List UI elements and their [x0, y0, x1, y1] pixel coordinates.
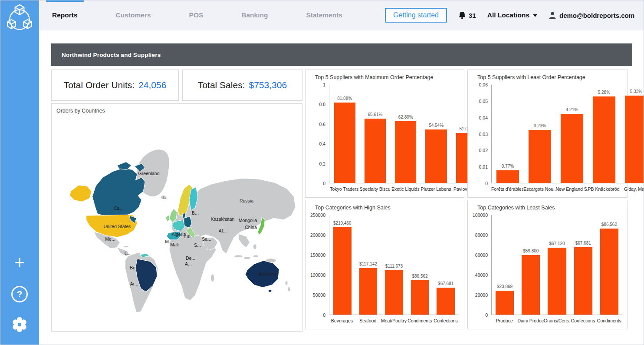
bar-beverages[interactable] [333, 227, 352, 315]
map-alaska[interactable] [70, 185, 92, 202]
x-axis-label: Escargots Nou... [523, 183, 555, 195]
x-axis-label: Dairy Products [517, 315, 543, 326]
bar-condiments[interactable] [411, 280, 429, 315]
map-new-zealand[interactable] [288, 287, 290, 292]
y-tick-label: 250000 [310, 212, 325, 218]
plus-icon: + [14, 255, 24, 269]
y-tick-label: 0.02 [479, 148, 488, 153]
bar-tokyo-traders[interactable] [334, 103, 355, 183]
user-menu[interactable]: demo@boldreports.com [549, 11, 634, 20]
bar-slot: $67,681 [433, 215, 459, 315]
tab-pos[interactable]: POS [189, 0, 204, 30]
y-tick-label: 40000 [475, 272, 488, 278]
x-axis-label: Beverages [329, 315, 355, 326]
kpi-total-sales: Total Sales: $753,306 [182, 70, 302, 101]
map-philippines[interactable] [253, 244, 256, 249]
report-canvas: Northwind Products and Suppliers Total O… [39, 30, 644, 345]
x-axis-label: G'day, Mate [620, 183, 644, 195]
map-panel: Orders by Countries [51, 103, 302, 332]
y-tick-label: 20000 [475, 292, 488, 298]
bold-reports-logo-icon[interactable] [5, 3, 34, 32]
bar-slot: 5.28% [588, 85, 620, 183]
help-button[interactable]: ? [10, 284, 30, 304]
map-tasmania[interactable] [268, 290, 272, 292]
bar-pb-kn-ckebr-d[interactable] [593, 96, 615, 183]
x-axis-label: Condiments [407, 315, 433, 326]
tab-banking[interactable]: Banking [241, 0, 268, 30]
y-tick-label: 60000 [475, 252, 488, 258]
gear-icon [11, 316, 28, 333]
y-tick-label: 0.05 [479, 99, 488, 104]
x-axis-label: Seafood [355, 315, 381, 326]
bar-slot: $67,120 [544, 215, 570, 315]
bar-produce[interactable] [496, 291, 514, 315]
user-email: demo@boldreports.com [559, 12, 634, 19]
bar-value-label: 5.28% [598, 90, 610, 95]
chart-panel-categories-least: Top Categories with Least Sales 02000040… [467, 200, 628, 329]
bar-escargots-nou[interactable] [529, 130, 551, 183]
bar-meat-poultry[interactable] [385, 270, 403, 315]
getting-started-button[interactable]: Getting started [385, 8, 447, 23]
sidebar: + ? [0, 0, 39, 345]
y-tick-label: 200000 [310, 232, 325, 238]
map-island[interactable] [234, 255, 243, 258]
x-axis-label: Plutzer Lebens... [421, 183, 452, 195]
tab-customers[interactable]: Customers [116, 0, 151, 30]
bar-confections[interactable] [574, 247, 592, 315]
map-australia[interactable] [245, 261, 279, 288]
bar-slot: $59,800 [518, 215, 544, 315]
bar-value-label: 4.21% [566, 107, 578, 112]
map-island[interactable] [253, 255, 258, 258]
bar-value-label: $67,681 [575, 241, 591, 245]
bar-plutzer-lebens[interactable] [425, 129, 447, 183]
map-iceland[interactable] [161, 196, 167, 199]
bar-g-day-mate[interactable] [625, 96, 644, 183]
bar-condiments[interactable] [600, 229, 618, 315]
question-mark-icon: ? [11, 286, 28, 302]
bar-slot: 0.77% [492, 85, 524, 183]
bar-grains-cereals[interactable] [548, 248, 566, 315]
bar-confections[interactable] [437, 288, 455, 315]
location-selector[interactable]: All Locations [487, 11, 537, 19]
x-axis-label: Produce [491, 315, 517, 326]
map-cuba[interactable] [123, 246, 128, 248]
map-united-states[interactable] [86, 215, 138, 237]
map-new-zealand[interactable] [285, 281, 288, 285]
x-axis-label: Exotic Liquids [390, 183, 421, 195]
tab-reports[interactable]: Reports [52, 0, 78, 30]
bar-dairy-products[interactable] [522, 255, 540, 315]
map-madagascar[interactable] [211, 274, 214, 282]
chart-area: 00.010.020.030.040.050.06 0.77%3.23%4.21… [471, 85, 622, 195]
chart-title: Top Categories with Least Sales [477, 205, 555, 211]
y-axis: 00.010.020.030.040.050.06 [471, 85, 491, 183]
chart-area: 050000100000150000200000250000 $219,460$… [309, 215, 459, 326]
map-ireland[interactable] [166, 215, 170, 222]
bar-specialty-biscui[interactable] [365, 119, 386, 183]
add-button[interactable]: + [10, 254, 30, 274]
notifications-button[interactable]: 31 [458, 11, 476, 20]
y-tick-label: 0 [485, 312, 488, 318]
bar-slot: $67,681 [570, 215, 596, 315]
map-arctic-island[interactable] [117, 162, 131, 170]
tab-statements[interactable]: Statements [306, 0, 342, 30]
y-tick-label: 100000 [310, 272, 325, 278]
bar-seafood[interactable] [359, 268, 378, 315]
map-central-america[interactable] [117, 248, 129, 256]
x-axis-label: Grains/Cereals [544, 315, 570, 326]
bar-value-label: 54.54% [429, 123, 444, 128]
kpi-label: Total Sales: [198, 80, 245, 90]
bar-new-england-s[interactable] [561, 114, 583, 183]
kpi-label: Total Order Units: [64, 80, 135, 90]
map-denmark[interactable] [182, 213, 186, 218]
bar-for-ts-d-rables[interactable] [496, 170, 519, 183]
bar-exotic-liquids[interactable] [395, 121, 416, 183]
bell-icon [458, 11, 466, 20]
map-se-asia[interactable] [238, 234, 250, 248]
chart-area: 00.20.40.60.81 81.88%65.61%62.80%54.54%5… [309, 85, 459, 195]
x-axis-label: Condiments [596, 315, 622, 326]
settings-button[interactable] [10, 315, 30, 335]
bar-slot: $86,562 [596, 215, 622, 315]
map-island[interactable] [243, 257, 250, 259]
x-axis-label: Confections [433, 315, 459, 326]
x-axis: Tokyo TradersSpecialty Biscui...Exotic L… [329, 183, 482, 195]
